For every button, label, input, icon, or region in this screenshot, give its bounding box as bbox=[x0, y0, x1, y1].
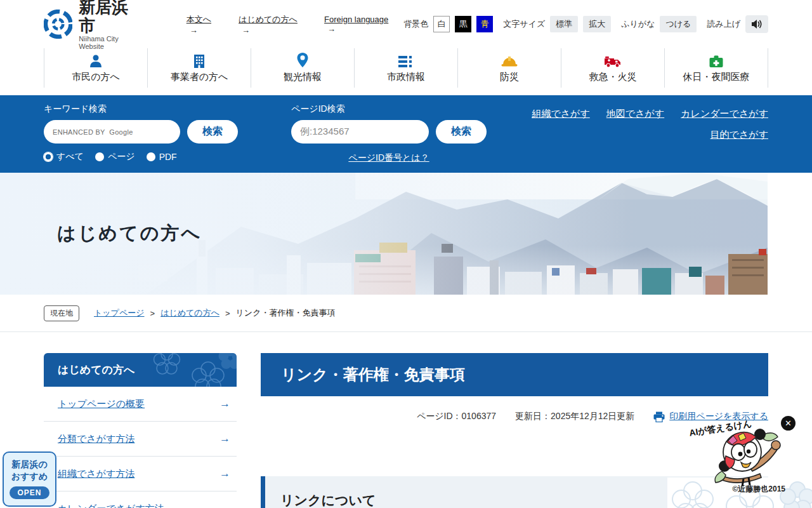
arrow-icon: → bbox=[219, 467, 230, 480]
sidebar-item-search-by-organization[interactable]: 組織でさがす方法 → bbox=[44, 457, 237, 491]
arrow-icon: → bbox=[327, 24, 336, 34]
sidebar: はじめての方へ トップページの概要 → 分類でさがす方法 → 組織でさがす方法 … bbox=[44, 353, 237, 508]
breadcrumb-current-page: リンク・著作権・免責事項 bbox=[236, 307, 336, 319]
nav-item-citizens[interactable]: 市民の方へ bbox=[44, 48, 147, 88]
quick-links: 組織でさがす 地図でさがす カレンダーでさがす 目的でさがす bbox=[532, 104, 768, 164]
text-size-label: 文字サイズ bbox=[503, 18, 545, 30]
quick-link-purpose[interactable]: 目的でさがす bbox=[710, 129, 768, 141]
site-header: 新居浜市 Niihama City Website 本文へ→ はじめての方へ→ … bbox=[0, 0, 812, 48]
helmet-icon bbox=[501, 53, 518, 68]
recommend-line2: おすすめ bbox=[4, 471, 55, 483]
pageid-search-block: ページID検索 検索 ページID番号とは？ bbox=[291, 104, 487, 164]
site-tagline: Niihama City Website bbox=[79, 35, 144, 50]
skip-link-main[interactable]: 本文へ bbox=[187, 15, 211, 24]
sidebar-item-top-page-overview[interactable]: トップページの概要 → bbox=[44, 387, 237, 422]
sidebar-item-search-by-calendar[interactable]: カレンダーでさがす方法 → bbox=[44, 491, 237, 508]
site-title: 新居浜市 bbox=[79, 0, 144, 35]
map-pin-icon bbox=[297, 53, 308, 68]
search-band: キーワード検索 検索 すべて ページ PDF ページID検索 検索 ページI bbox=[0, 95, 812, 173]
nav-item-business[interactable]: 事業者の方へ bbox=[147, 48, 251, 88]
sidebar-title: はじめての方へ bbox=[44, 353, 237, 387]
fire-truck-icon bbox=[604, 53, 622, 68]
skip-links: 本文へ→ はじめての方へ→ Foreign language→ bbox=[187, 14, 399, 35]
arrow-icon: → bbox=[190, 25, 198, 35]
radio-icon bbox=[147, 152, 155, 161]
keyword-search-block: キーワード検索 検索 すべて ページ PDF bbox=[44, 104, 242, 164]
skip-link-firsttime[interactable]: はじめての方へ bbox=[239, 15, 298, 24]
nav-item-holiday-medical[interactable]: 休日・夜間医療 bbox=[664, 48, 768, 88]
pageid-search-button[interactable]: 検索 bbox=[436, 120, 487, 144]
mascot-copyright: ©近藤勝也2015 bbox=[732, 484, 785, 495]
bg-color-label: 背景色 bbox=[403, 18, 428, 30]
arrow-icon: → bbox=[219, 502, 230, 508]
nav-item-tourism[interactable]: 観光情報 bbox=[251, 48, 354, 88]
arrow-icon: → bbox=[242, 25, 250, 35]
breadcrumb-separator: > bbox=[225, 309, 230, 318]
nav-item-disaster-prevention[interactable]: 防災 bbox=[457, 48, 561, 88]
city-emblem-icon bbox=[44, 10, 72, 39]
radio-selected-icon bbox=[44, 152, 53, 161]
quick-link-calendar[interactable]: カレンダーでさがす bbox=[681, 108, 768, 120]
pageid-search-input[interactable] bbox=[300, 127, 420, 137]
first-aid-icon bbox=[709, 53, 723, 68]
keyword-search-input[interactable] bbox=[53, 127, 171, 137]
list-icon bbox=[398, 53, 414, 68]
radio-icon bbox=[95, 152, 104, 161]
building-icon bbox=[192, 53, 206, 68]
scope-all-radio[interactable]: すべて bbox=[44, 151, 84, 163]
breadcrumb-home-link[interactable]: トップページ bbox=[94, 307, 145, 319]
sidebar-item-search-by-category[interactable]: 分類でさがす方法 → bbox=[44, 422, 237, 457]
mascot-character[interactable] bbox=[710, 427, 787, 490]
keyword-search-label: キーワード検索 bbox=[44, 104, 242, 115]
speaker-icon bbox=[751, 19, 763, 29]
furigana-label: ふりがな bbox=[621, 18, 655, 30]
nav-item-city-government[interactable]: 市政情報 bbox=[354, 48, 457, 88]
page-id: ページID：0106377 bbox=[417, 411, 496, 422]
recommend-widget[interactable]: 新居浜の おすすめ OPEN bbox=[3, 451, 56, 507]
breadcrumb-separator: > bbox=[150, 309, 155, 318]
pageid-help-link[interactable]: ページID番号とは？ bbox=[348, 152, 429, 163]
bg-white-button[interactable]: 白 bbox=[433, 16, 450, 32]
bg-blue-button[interactable]: 青 bbox=[476, 16, 493, 32]
breadcrumb: 現在地 トップページ > はじめての方へ > リンク・著作権・免責事項 bbox=[0, 295, 812, 332]
quick-link-organization[interactable]: 組織でさがす bbox=[532, 108, 589, 120]
page-title: リンク・著作権・免責事項 bbox=[261, 353, 768, 396]
arrow-icon: → bbox=[219, 398, 230, 410]
global-nav: 市民の方へ 事業者の方へ 観光情報 市政情報 防災 bbox=[0, 48, 812, 88]
person-icon bbox=[89, 53, 103, 68]
skip-link-foreign-language[interactable]: Foreign language bbox=[324, 15, 388, 24]
hero-title: はじめての方へ bbox=[57, 221, 202, 246]
furigana-on-button[interactable]: つける bbox=[660, 16, 697, 32]
updated-date: 更新日：2025年12月12日更新 bbox=[515, 411, 634, 422]
nav-item-emergency-fire[interactable]: 救急・火災 bbox=[561, 48, 664, 88]
arrow-icon: → bbox=[219, 432, 230, 445]
read-aloud-button[interactable] bbox=[745, 15, 768, 33]
text-size-large-button[interactable]: 拡大 bbox=[583, 16, 611, 32]
read-aloud-label: 読み上げ bbox=[707, 18, 740, 30]
recommend-open-button[interactable]: OPEN bbox=[10, 486, 49, 499]
hero-banner: はじめての方へ bbox=[0, 173, 768, 295]
pageid-search-label: ページID検索 bbox=[291, 104, 487, 115]
bg-black-button[interactable]: 黒 bbox=[455, 16, 471, 32]
site-logo[interactable]: 新居浜市 Niihama City Website bbox=[44, 0, 145, 50]
accessibility-toolbar: 背景色 白 黒 青 文字サイズ 標準 拡大 ふりがな つける 読み上げ bbox=[398, 15, 768, 33]
keyword-search-button[interactable]: 検索 bbox=[187, 120, 238, 144]
scope-page-radio[interactable]: ページ bbox=[95, 151, 135, 163]
ai-chat-widget: AIが答えるけん ✕ ©近藤勝也2015 bbox=[647, 414, 797, 500]
text-size-standard-button[interactable]: 標準 bbox=[550, 16, 578, 32]
quick-link-map[interactable]: 地図でさがす bbox=[606, 108, 664, 120]
sakura-pattern-decoration bbox=[122, 353, 237, 387]
current-location-badge: 現在地 bbox=[44, 305, 79, 321]
scope-pdf-radio[interactable]: PDF bbox=[147, 152, 177, 162]
breadcrumb-parent-link[interactable]: はじめての方へ bbox=[160, 307, 219, 319]
recommend-line1: 新居浜の bbox=[4, 458, 55, 471]
